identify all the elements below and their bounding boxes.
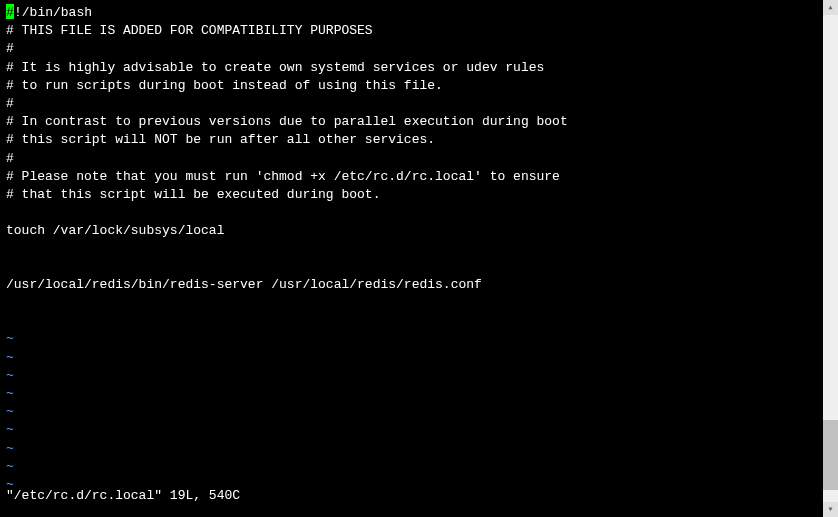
cursor: #	[6, 4, 14, 19]
file-line-16: /usr/local/redis/bin/redis-server /usr/l…	[6, 276, 832, 294]
file-line-5: # to run scripts during boot instead of …	[6, 77, 832, 95]
file-line-4: # It is highly advisable to create own s…	[6, 59, 832, 77]
file-line-17	[6, 294, 832, 312]
file-line-1: #!/bin/bash	[6, 4, 832, 22]
scrollbar-thumb[interactable]	[823, 420, 838, 490]
vertical-scrollbar[interactable]: ▴ ▾	[823, 0, 838, 517]
empty-line-tilde: ~	[6, 385, 832, 403]
vim-status-line: "/etc/rc.d/rc.local" 19L, 540C	[6, 487, 240, 505]
file-line-12	[6, 204, 832, 222]
file-line-18	[6, 312, 832, 330]
empty-line-tilde: ~	[6, 330, 832, 348]
file-line-7: # In contrast to previous versions due t…	[6, 113, 832, 131]
empty-line-tilde: ~	[6, 367, 832, 385]
file-line-8: # this script will NOT be run after all …	[6, 131, 832, 149]
scrollbar-arrow-up-icon[interactable]: ▴	[823, 0, 838, 15]
file-line-15	[6, 258, 832, 276]
empty-line-tilde: ~	[6, 421, 832, 439]
line-text: !/bin/bash	[14, 4, 92, 22]
file-line-2: # THIS FILE IS ADDED FOR COMPATIBILITY P…	[6, 22, 832, 40]
file-line-9: #	[6, 150, 832, 168]
vim-editor[interactable]: #!/bin/bash # THIS FILE IS ADDED FOR COM…	[0, 0, 838, 517]
file-line-13: touch /var/lock/subsys/local	[6, 222, 832, 240]
file-line-14	[6, 240, 832, 258]
file-line-11: # that this script will be executed duri…	[6, 186, 832, 204]
file-line-3: #	[6, 40, 832, 58]
empty-line-tilde: ~	[6, 458, 832, 476]
file-line-6: #	[6, 95, 832, 113]
empty-line-tilde: ~	[6, 440, 832, 458]
empty-line-tilde: ~	[6, 403, 832, 421]
empty-line-tilde: ~	[6, 349, 832, 367]
scrollbar-arrow-down-icon[interactable]: ▾	[823, 502, 838, 517]
file-line-10: # Please note that you must run 'chmod +…	[6, 168, 832, 186]
